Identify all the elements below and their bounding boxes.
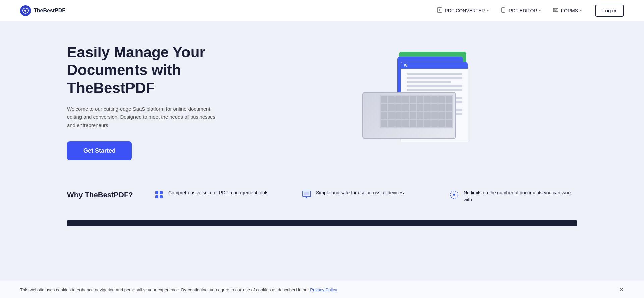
svg-rect-8 <box>160 195 163 198</box>
hero-section: Easily Manage Your Documents with TheBes… <box>0 21 644 176</box>
dark-divider <box>67 220 577 226</box>
key <box>417 104 423 111</box>
doc-word-icon: W <box>404 63 407 67</box>
key <box>402 120 409 127</box>
nav-pdf-converter-label: PDF CONVERTER <box>445 8 485 13</box>
svg-point-1 <box>24 10 26 12</box>
nav-forms-label: FORMS <box>561 8 578 13</box>
svg-point-12 <box>453 194 455 196</box>
chevron-down-icon-3: ▾ <box>580 9 582 12</box>
key <box>381 96 387 103</box>
svg-rect-5 <box>155 191 158 194</box>
key <box>388 96 394 103</box>
hero-content: Easily Manage Your Documents with TheBes… <box>67 44 248 160</box>
navbar: TheBestPDF PDF CONVERTER ▾ PDF EDITOR ▾ <box>0 0 644 21</box>
feature-tools-text: Comprehensive suite of PDF management to… <box>168 189 268 196</box>
key <box>410 104 416 111</box>
key <box>424 112 430 119</box>
svg-rect-10 <box>304 192 309 195</box>
login-button[interactable]: Log in <box>595 5 624 17</box>
key <box>446 112 452 119</box>
doc-line <box>407 89 462 91</box>
privacy-policy-link[interactable]: Privacy Policy <box>310 287 337 292</box>
forms-icon <box>553 7 559 14</box>
doc-line <box>407 73 462 75</box>
cookie-text: This website uses cookies to enhance nav… <box>20 287 309 292</box>
key <box>381 120 387 127</box>
key <box>388 104 394 111</box>
feature-safe-text: Simple and safe for use across all devic… <box>316 189 404 196</box>
hero-illustration: W A <box>248 58 577 146</box>
key <box>431 104 438 111</box>
hero-title: Easily Manage Your Documents with TheBes… <box>67 44 248 97</box>
hero-subtitle: Welcome to our cutting-edge SaaS platfor… <box>67 105 221 129</box>
key <box>395 104 402 111</box>
key <box>388 120 394 127</box>
key <box>438 120 445 127</box>
key <box>410 120 416 127</box>
svg-rect-4 <box>553 8 558 12</box>
cookie-close-button[interactable]: ✕ <box>619 286 624 293</box>
brand-logo[interactable]: TheBestPDF <box>20 5 65 16</box>
key <box>402 104 409 111</box>
key <box>402 112 409 119</box>
key <box>438 104 445 111</box>
key <box>424 104 430 111</box>
svg-rect-7 <box>155 195 158 198</box>
chevron-down-icon-2: ▾ <box>539 9 541 12</box>
key <box>417 120 423 127</box>
brand-name: TheBestPDF <box>34 8 65 14</box>
key <box>417 96 423 103</box>
key <box>388 112 394 119</box>
pdf-editor-icon <box>501 7 507 14</box>
doc-line <box>407 81 451 83</box>
get-started-button[interactable]: Get Started <box>67 141 132 160</box>
feature-tools: Comprehensive suite of PDF management to… <box>154 189 282 203</box>
chevron-down-icon: ▾ <box>487 9 489 12</box>
doc-header-bar: W <box>401 62 468 69</box>
key <box>438 96 445 103</box>
nav-pdf-editor-label: PDF EDITOR <box>509 8 537 13</box>
key <box>395 96 402 103</box>
cookie-message: This website uses cookies to enhance nav… <box>20 287 337 292</box>
logo-icon <box>20 5 31 16</box>
why-title: Why TheBestPDF? <box>67 189 134 199</box>
svg-rect-6 <box>160 191 163 194</box>
key <box>410 96 416 103</box>
cookie-banner: This website uses cookies to enhance nav… <box>0 281 644 298</box>
key <box>431 112 438 119</box>
feature-unlimited-text: No limits on the number of documents you… <box>464 189 577 203</box>
nav-links: PDF CONVERTER ▾ PDF EDITOR ▾ FORMS ▾ <box>437 7 582 14</box>
pdf-converter-icon <box>437 7 443 14</box>
key <box>424 96 430 103</box>
key <box>431 96 438 103</box>
key <box>410 112 416 119</box>
doc-line <box>407 77 462 79</box>
nav-item-pdf-converter[interactable]: PDF CONVERTER ▾ <box>437 7 489 14</box>
key <box>381 104 387 111</box>
key <box>424 120 430 127</box>
why-features: Comprehensive suite of PDF management to… <box>154 189 577 203</box>
key <box>431 120 438 127</box>
key <box>446 104 452 111</box>
why-section: Why TheBestPDF? Comprehensive suite of P… <box>0 176 644 217</box>
key <box>446 120 452 127</box>
key <box>381 112 387 119</box>
nav-item-pdf-editor[interactable]: PDF EDITOR ▾ <box>501 7 541 14</box>
doc-line <box>407 85 462 87</box>
document-illustration: W A <box>352 45 473 146</box>
feature-safe: Simple and safe for use across all devic… <box>302 189 429 203</box>
key <box>402 96 409 103</box>
laptop-base <box>362 92 456 139</box>
circle-dots-icon <box>449 190 459 202</box>
grid-icon <box>154 190 164 202</box>
key <box>446 96 452 103</box>
feature-unlimited: No limits on the number of documents you… <box>449 189 577 203</box>
laptop-keyboard <box>380 95 453 128</box>
key <box>438 112 445 119</box>
nav-item-forms[interactable]: FORMS ▾ <box>553 7 582 14</box>
key <box>395 112 402 119</box>
key <box>417 112 423 119</box>
key <box>395 120 402 127</box>
monitor-icon <box>302 190 311 202</box>
